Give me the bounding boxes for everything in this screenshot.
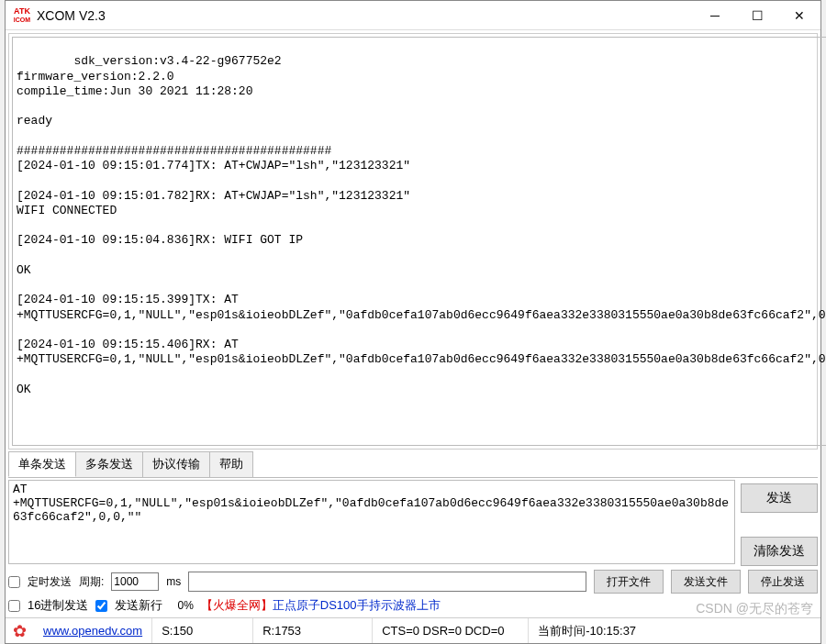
tab-multi-send[interactable]: 多条发送 bbox=[75, 451, 143, 477]
app-logo-icon: ATKICOM bbox=[13, 6, 31, 25]
send-newline-label: 发送新行 bbox=[115, 597, 162, 614]
send-textarea[interactable]: AT +MQTTUSERCFG=0,1,"NULL","esp01s&ioieo… bbox=[8, 480, 735, 564]
status-time: 当前时间-10:15:37 bbox=[529, 618, 820, 643]
console-content: sdk_version:v3.4-22-g967752e2 firmware_v… bbox=[17, 54, 826, 396]
progress-percent: 0% bbox=[177, 599, 193, 612]
timed-send-checkbox[interactable] bbox=[8, 576, 20, 588]
tab-help[interactable]: 帮助 bbox=[209, 451, 253, 477]
send-file-button[interactable]: 发送文件 bbox=[671, 570, 741, 594]
window-title: XCOM V2.3 bbox=[37, 8, 694, 23]
tab-single-send[interactable]: 单条发送 bbox=[8, 451, 76, 477]
hex-send-checkbox[interactable] bbox=[8, 600, 20, 612]
file-path-input[interactable] bbox=[188, 572, 586, 592]
titlebar: ATKICOM XCOM V2.3 ─ ☐ ✕ bbox=[6, 1, 820, 30]
send-newline-checkbox[interactable] bbox=[95, 600, 107, 612]
period-unit: ms bbox=[166, 575, 181, 588]
status-url[interactable]: www.openedv.com bbox=[34, 618, 152, 643]
status-sent: S:150 bbox=[152, 618, 253, 643]
close-button[interactable]: ✕ bbox=[778, 2, 820, 29]
send-tabs: 单条发送 多条发送 协议传输 帮助 bbox=[8, 451, 818, 477]
stop-send-button[interactable]: 停止发送 bbox=[748, 570, 818, 594]
period-input[interactable] bbox=[111, 572, 159, 591]
period-label: 周期: bbox=[79, 574, 104, 590]
maximize-button[interactable]: ☐ bbox=[736, 2, 778, 29]
console-area: sdk_version:v3.4-22-g967752e2 firmware_v… bbox=[9, 34, 826, 449]
tab-protocol[interactable]: 协议传输 bbox=[142, 451, 210, 477]
minimize-button[interactable]: ─ bbox=[694, 2, 736, 29]
controls-row-2: 16进制发送 发送新行 0% 【火爆全网】正点原子DS100手持示波器上市 bbox=[8, 597, 818, 614]
settings-gear-icon[interactable]: ✿ bbox=[6, 621, 34, 641]
controls-row-1: 定时发送 周期: ms 打开文件 发送文件 停止发送 bbox=[8, 570, 818, 594]
timed-send-label: 定时发送 bbox=[28, 574, 72, 590]
status-recv: R:1753 bbox=[253, 618, 373, 643]
clear-send-button[interactable]: 清除发送 bbox=[741, 537, 818, 566]
open-file-button[interactable]: 打开文件 bbox=[594, 570, 664, 594]
receive-textarea[interactable]: sdk_version:v3.4-22-g967752e2 firmware_v… bbox=[12, 37, 826, 446]
hex-send-label: 16进制发送 bbox=[28, 597, 88, 614]
main-pane: sdk_version:v3.4-22-g967752e2 firmware_v… bbox=[8, 33, 818, 450]
send-button[interactable]: 发送 bbox=[741, 483, 818, 513]
status-line: CTS=0 DSR=0 DCD=0 bbox=[373, 618, 529, 643]
ad-link[interactable]: 【火爆全网】正点原子DS100手持示波器上市 bbox=[201, 597, 441, 614]
status-bar: ✿ www.openedv.com S:150 R:1753 CTS=0 DSR… bbox=[6, 617, 820, 643]
